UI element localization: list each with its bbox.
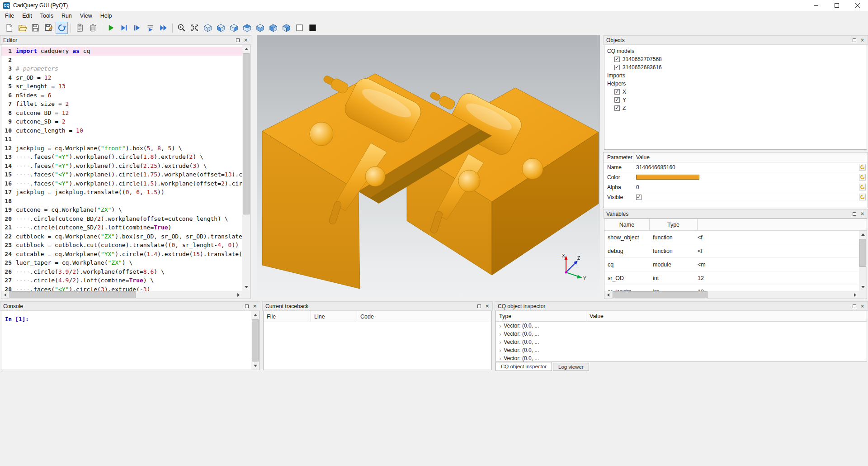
inspector-row[interactable]: ›Vector: (0.0, ... xyxy=(496,346,867,354)
top-view-button[interactable] xyxy=(241,22,253,34)
checkbox[interactable]: ✓ xyxy=(614,97,620,103)
code-line[interactable]: 23cutblock = cutblock.cut(cutcone).trans… xyxy=(1,241,242,250)
variables-float-button[interactable] xyxy=(851,210,858,217)
variables-close-button[interactable]: × xyxy=(859,210,866,217)
variable-row[interactable]: show_objectfunction<f xyxy=(604,231,859,244)
menu-help[interactable]: Help xyxy=(96,12,116,20)
tree-group-helpers[interactable]: Helpers xyxy=(604,80,867,88)
zoom-to-fit-button[interactable] xyxy=(175,22,188,34)
traceback-close-button[interactable]: × xyxy=(484,303,491,309)
console-vscrollbar[interactable] xyxy=(251,311,259,370)
back-view-button[interactable] xyxy=(228,22,240,34)
scrollbar-thumb[interactable] xyxy=(243,53,250,214)
inspector-row[interactable]: ›Vector: (0.0, ... xyxy=(496,338,867,346)
code-line[interactable]: 2 xyxy=(1,56,242,65)
wireframe-mode-button[interactable] xyxy=(293,22,306,34)
checkbox[interactable]: ✓ xyxy=(614,65,620,70)
scroll-up-icon[interactable] xyxy=(242,45,250,53)
code-line[interactable]: 19cutcone = cq.Workplane("ZX") \ xyxy=(1,205,242,214)
menu-tools[interactable]: Tools xyxy=(36,12,57,20)
code-line[interactable]: 24cutcable = cq.Workplane("YX").circle(1… xyxy=(1,250,242,259)
inspector-row[interactable]: ›Vector: (0.0, ... xyxy=(496,322,867,330)
scroll-down-icon[interactable] xyxy=(859,283,867,291)
code-line[interactable]: 8cutcone_BD = 12 xyxy=(1,109,242,118)
code-line[interactable]: 22cutblock = cq.Workplane("ZX").box(sr_O… xyxy=(1,232,242,241)
scroll-left-icon[interactable] xyxy=(604,291,612,299)
left-view-button[interactable] xyxy=(267,22,279,34)
code-line[interactable]: 18 xyxy=(1,197,242,206)
variable-row[interactable]: sr_lenghtint13 xyxy=(604,285,859,291)
render-button[interactable] xyxy=(105,22,117,34)
code-line[interactable]: 4sr_OD = 12 xyxy=(1,73,242,82)
scroll-left-icon[interactable] xyxy=(1,291,9,299)
scroll-up-icon[interactable] xyxy=(859,231,867,238)
reset-alpha-button[interactable] xyxy=(859,184,866,190)
tree-group-imports[interactable]: Imports xyxy=(604,71,867,80)
close-window-button[interactable] xyxy=(847,0,868,11)
tree-item-helper-z[interactable]: ✓Z xyxy=(604,104,867,112)
code-line[interactable]: 26····.circle(3.9/2).workplane(offset=8.… xyxy=(1,267,242,276)
checkbox[interactable]: ✓ xyxy=(614,89,620,95)
bottom-view-button[interactable] xyxy=(254,22,266,34)
code-line[interactable]: 5sr_lenght = 13 xyxy=(1,82,242,91)
editor-close-button[interactable]: × xyxy=(242,37,249,43)
menu-edit[interactable]: Edit xyxy=(18,12,36,20)
minimize-button[interactable] xyxy=(806,0,826,11)
header-value[interactable]: Value xyxy=(586,311,867,321)
save-as-button[interactable] xyxy=(42,22,55,34)
variable-row[interactable]: debugfunction<f xyxy=(604,244,859,258)
menu-run[interactable]: Run xyxy=(57,12,76,20)
scroll-up-icon[interactable] xyxy=(251,311,259,319)
tree-item-helper-y[interactable]: ✓Y xyxy=(604,96,867,104)
code-lines[interactable]: 1import cadquery as cq23# parameters4sr_… xyxy=(1,45,242,291)
scrollbar-thumb[interactable] xyxy=(859,239,866,267)
scroll-right-icon[interactable] xyxy=(851,291,859,299)
menu-file[interactable]: File xyxy=(1,12,18,20)
new-file-button[interactable] xyxy=(3,22,15,34)
expand-chevron-icon[interactable]: › xyxy=(499,323,501,329)
color-swatch[interactable] xyxy=(636,175,699,180)
shaded-mode-button[interactable] xyxy=(307,22,319,34)
code-line[interactable]: 20····.circle(cutcone_BD/2).workplane(of… xyxy=(1,214,242,223)
header-parameter[interactable]: Parameter xyxy=(604,152,633,162)
reset-visible-button[interactable] xyxy=(859,194,866,200)
code-line[interactable]: 27····.circle(4.9/2).loft(combine=True) … xyxy=(1,276,242,285)
variables-hscrollbar[interactable] xyxy=(604,291,859,299)
reset-color-button[interactable] xyxy=(859,174,866,181)
expand-chevron-icon[interactable]: › xyxy=(499,339,501,345)
editor-vscrollbar[interactable] xyxy=(242,45,250,291)
property-row-visible[interactable]: Visible ✓ xyxy=(604,192,868,202)
objects-float-button[interactable] xyxy=(851,37,858,43)
tab-cq-object-inspector[interactable]: CQ object inspector xyxy=(495,362,552,371)
code-line[interactable]: 15····.faces("<Y").workplane().circle(1.… xyxy=(1,170,242,179)
scroll-right-icon[interactable] xyxy=(235,291,242,299)
header-type[interactable]: Type xyxy=(650,219,698,230)
code-line[interactable]: 10cutcone_length = 10 xyxy=(1,126,242,135)
checkbox[interactable]: ✓ xyxy=(614,57,620,62)
console-input-area[interactable]: In [1]: xyxy=(1,311,259,370)
scrollbar-thumb[interactable] xyxy=(9,291,136,298)
autoreload-toggle-button[interactable] xyxy=(56,22,68,34)
scroll-down-icon[interactable] xyxy=(242,283,250,291)
maximize-button[interactable] xyxy=(826,0,847,11)
debug-button[interactable] xyxy=(118,22,130,34)
inspector-row[interactable]: ›Vector: (0.0, ... xyxy=(496,354,867,362)
header-file[interactable]: File xyxy=(264,311,311,322)
visible-checkbox[interactable]: ✓ xyxy=(636,195,642,200)
save-button[interactable] xyxy=(29,22,42,34)
code-editor[interactable]: 1import cadquery as cq23# parameters4sr_… xyxy=(1,45,250,299)
variable-row[interactable]: sr_ODint12 xyxy=(604,271,859,285)
console-float-button[interactable] xyxy=(243,303,250,309)
console-close-button[interactable]: × xyxy=(251,303,258,309)
expand-chevron-icon[interactable]: › xyxy=(499,347,501,353)
inspector-row[interactable]: ›Vector: (0.0, ... xyxy=(496,330,867,338)
scrollbar-thumb[interactable] xyxy=(252,319,259,361)
reset-name-button[interactable] xyxy=(859,164,866,171)
expand-chevron-icon[interactable]: › xyxy=(499,331,501,337)
step-button[interactable] xyxy=(131,22,143,34)
code-line[interactable]: 25luer_taper = cq.Workplane("ZX") \ xyxy=(1,258,242,267)
tree-item-model[interactable]: ✓3140652683616 xyxy=(604,63,867,71)
clear-output-button[interactable] xyxy=(74,22,86,34)
menu-view[interactable]: View xyxy=(76,12,96,20)
tab-log-viewer[interactable]: Log viewer xyxy=(553,363,589,371)
